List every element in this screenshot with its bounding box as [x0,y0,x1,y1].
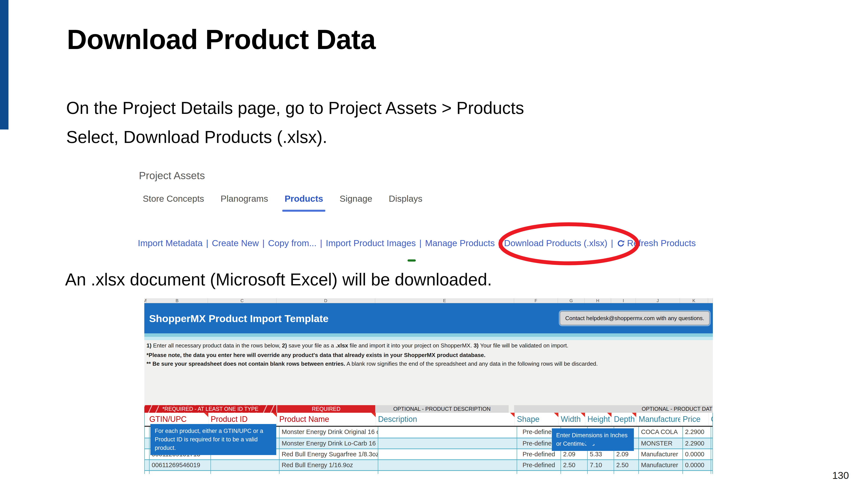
instruction-line-2: *Please note, the data you enter here wi… [147,352,486,359]
link-import-product-images[interactable]: Import Product Images [326,238,416,248]
header-cell-spacer [145,413,147,426]
column-letter-cell[interactable]: H [585,298,611,303]
comment-marker-icon [632,413,636,417]
table-cell[interactable]: 00611269546019 [149,460,211,470]
link-refresh-products[interactable]: Refresh Products [627,238,696,248]
table-cell[interactable] [378,427,517,438]
table-row[interactable]: 00611269546019Red Bull Energy 1/16.9ozPr… [144,459,713,470]
column-letter-cell[interactable]: B [147,298,208,303]
column-letter-cell[interactable]: E [375,298,514,303]
table-cell[interactable] [378,449,517,459]
header-cell-gtin-upc[interactable]: GTIN/UPC [147,413,208,426]
link-import-metadata[interactable]: Import Metadata [138,238,203,248]
band-label: OPTIONAL - PRODUCT DAT [642,406,712,412]
body-line-1: On the Project Details page, go to Proje… [66,98,524,118]
link-download-products-xlsx[interactable]: Download Products (.xlsx) [504,238,608,248]
green-marker [407,259,416,262]
table-cell [517,471,560,474]
table-cell[interactable]: Pre-defined [517,460,560,470]
column-letter-cell[interactable] [708,298,713,303]
table-cell[interactable] [378,460,517,470]
comment-marker-icon [371,413,376,417]
table-cell[interactable]: Monster Energy Drink Lo-Carb 16 oz [279,438,378,449]
header-cell-c[interactable]: C [709,413,713,426]
link-separator: | [320,238,322,248]
table-cell[interactable]: Monster Energy Drink Original 16 oz [279,427,378,438]
excel-screenshot: ABCDEFGHIJK ShopperMX Product Import Tem… [144,298,713,474]
tab-signage[interactable]: Signage [340,194,372,204]
table-cell [211,471,279,474]
table-cell[interactable]: Red Bull Energy 1/16.9oz [279,460,378,470]
link-copy-from[interactable]: Copy from... [268,238,316,248]
header-cell-width[interactable]: Width [558,413,585,426]
table-cell[interactable]: 7.10 [587,460,614,470]
project-assets-heading: Project Assets [139,170,205,182]
table-cell[interactable]: 2.50 [614,460,639,470]
column-letter-cell[interactable]: F [514,298,558,303]
table-cell[interactable]: MONSTER [639,438,682,449]
table-cell[interactable]: E [711,438,713,449]
header-cell-description[interactable]: Description [376,413,515,426]
table-cell[interactable]: C [711,460,713,470]
contact-helpdesk-button[interactable]: Contact helpdesk@shoppermx.com with any … [560,311,710,325]
table-cell[interactable]: 2.50 [560,460,587,470]
header-cell-manufacturer[interactable]: Manufacturer [636,413,680,426]
header-cell-product-id[interactable]: Product ID [208,413,277,426]
comment-marker-icon [554,413,558,417]
accent-bar [0,0,8,129]
table-cell[interactable]: Manufacturer [639,460,682,470]
band-section: OPTIONAL - PRODUCT DAT [514,405,713,413]
table-cell[interactable] [211,460,279,470]
header-cell-product-name[interactable]: Product Name [277,413,376,426]
page-title: Download Product Data [67,24,376,55]
table-cell[interactable]: Red Bull Energy Sugarfree 1/8.3oz [279,449,378,459]
instruction-line-1: 1) Enter all necessary product data in t… [147,342,568,349]
template-title: ShopperMX Product Import Template [149,312,329,324]
link-separator: | [262,238,265,248]
banner-strip-dark [144,333,713,337]
header-cell-price[interactable]: Price [680,413,709,426]
tab-displays[interactable]: Displays [389,194,423,204]
link-manage-products[interactable]: Manage Products [425,238,495,248]
table-cell-spacer [145,438,149,449]
comment-marker-icon [204,413,208,417]
table-cell[interactable]: Manufacturer [639,449,682,459]
header-cell-height[interactable]: Height [585,413,612,426]
column-letter-cell[interactable]: A [144,298,147,303]
template-banner: ShopperMX Product Import Template Contac… [144,303,713,333]
table-cell [587,471,614,474]
table-cell[interactable]: 0.0000 [682,449,711,459]
header-cell-depth[interactable]: Depth [612,413,636,426]
table-cell-spacer [145,427,149,438]
link-separator: | [498,238,501,248]
header-cell-shape[interactable]: Shape [515,413,558,426]
table-cell [145,471,149,474]
band-label: *REQUIRED - AT LEAST ONE ID TYPE [159,405,262,413]
table-cell-spacer [145,460,149,470]
table-cell[interactable]: 2.2900 [682,427,711,438]
instructions-area: 1) Enter all necessary product data in t… [144,340,713,405]
column-letter-cell[interactable]: K [680,298,708,303]
column-letter-cell[interactable]: C [208,298,276,303]
tab-store-concepts[interactable]: Store Concepts [143,194,204,204]
link-separator: | [611,238,613,248]
table-cell[interactable]: C [711,449,713,459]
table-cell[interactable]: E [711,427,713,438]
refresh-icon[interactable] [617,239,625,250]
table-row[interactable] [144,470,713,474]
tab-planograms[interactable]: Planograms [221,194,268,204]
table-cell[interactable]: COCA COLA [639,427,682,438]
column-letter-cell[interactable]: D [276,298,375,303]
column-letter-cell[interactable]: J [636,298,680,303]
table-cell [711,471,713,474]
column-letter-cell[interactable]: G [558,298,585,303]
table-cell[interactable] [378,438,517,449]
link-create-new[interactable]: Create New [212,238,259,248]
callout-tail-icon [199,442,213,449]
project-assets-tabs: Store ConceptsPlanogramsProductsSignageD… [143,194,423,204]
column-letter-cell[interactable]: I [611,298,636,303]
table-cell[interactable]: 0.0000 [682,460,711,470]
column-letters-row: ABCDEFGHIJK [144,298,713,303]
tab-products[interactable]: Products [284,194,323,204]
table-cell[interactable]: 2.2900 [682,438,711,449]
